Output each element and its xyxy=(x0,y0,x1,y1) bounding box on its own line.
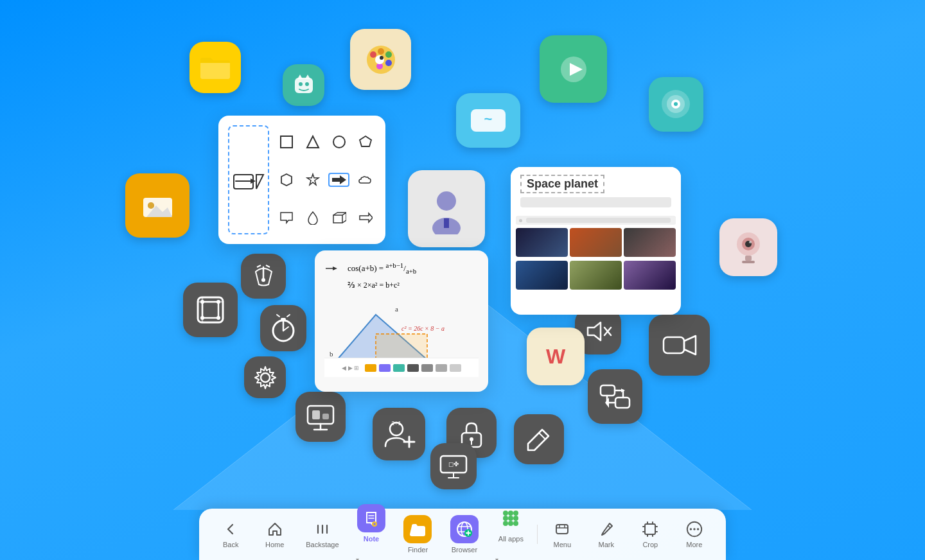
taskbar-more-label: More xyxy=(686,541,702,548)
taskbar-more-button[interactable]: More xyxy=(675,516,714,552)
taskbar-backstage-button[interactable]: Backstage xyxy=(299,516,345,552)
svg-point-44 xyxy=(200,300,204,304)
app-icon-swap[interactable] xyxy=(588,369,642,424)
svg-point-143 xyxy=(697,528,699,530)
app-icon-edit[interactable] xyxy=(514,414,564,464)
app-icon-folder[interactable] xyxy=(189,42,241,93)
svg-point-27 xyxy=(148,202,154,209)
taskbar-browser-button[interactable]: Browser xyxy=(444,511,485,557)
svg-rect-35 xyxy=(745,256,752,261)
taskbar-finder-button[interactable]: Finder xyxy=(397,511,438,557)
svg-text:~: ~ xyxy=(484,111,493,127)
svg-point-39 xyxy=(261,278,265,282)
taskbar-menu-button[interactable]: Menu xyxy=(543,516,581,552)
taskbar-note-label: Note xyxy=(364,535,379,543)
taskbar-note-button[interactable]: Note ▾ xyxy=(351,500,392,560)
shape-arrow-triangle[interactable] xyxy=(355,212,376,223)
svg-line-77 xyxy=(539,433,545,439)
shape-cloud[interactable] xyxy=(355,174,376,186)
math-card: cos(a+b) = a+b−1/a+b ⅔ × 2×a² = b+c² b a… xyxy=(315,250,488,392)
svg-marker-98 xyxy=(333,267,337,270)
svg-rect-30 xyxy=(444,218,449,228)
svg-marker-96 xyxy=(360,213,373,222)
shape-hexagon[interactable] xyxy=(276,173,297,187)
taskbar-home-label: Home xyxy=(265,541,284,548)
home-icon xyxy=(266,520,284,538)
space-planet-card: Space planet xyxy=(511,167,681,315)
app-icon-settings[interactable] xyxy=(244,356,286,398)
app-icon-timer[interactable] xyxy=(241,254,286,299)
svg-point-46 xyxy=(216,316,220,320)
app-icon-gallery[interactable] xyxy=(125,173,189,238)
svg-marker-83 xyxy=(256,175,263,189)
space-search-bar xyxy=(520,197,671,207)
svg-marker-7 xyxy=(305,74,310,79)
svg-point-120 xyxy=(513,511,518,516)
svg-point-15 xyxy=(380,56,383,60)
app-icon-tilde-chat[interactable]: ~ xyxy=(456,93,520,148)
svg-rect-69 xyxy=(322,414,329,419)
crop-icon-taskbar xyxy=(641,520,659,538)
svg-rect-100 xyxy=(376,334,427,360)
menu-icon xyxy=(553,520,571,538)
app-icon-webcam[interactable] xyxy=(719,218,777,276)
svg-text:a: a xyxy=(395,305,398,313)
shape-triangle[interactable] xyxy=(302,135,323,149)
mark-icon xyxy=(597,520,615,538)
taskbar-home-button[interactable]: Home xyxy=(256,516,294,552)
app-icon-wps[interactable]: W xyxy=(527,328,585,385)
app-icon-videocam[interactable] xyxy=(649,315,710,376)
app-icon-play[interactable] xyxy=(540,35,607,103)
math-toolbar: ◀ ▶ ⊞ xyxy=(324,358,479,377)
svg-marker-92 xyxy=(332,175,346,184)
shape-drop[interactable] xyxy=(302,211,323,225)
app-icon-user[interactable] xyxy=(408,170,485,247)
svg-point-5 xyxy=(305,82,309,86)
app-icon-robot[interactable] xyxy=(283,64,324,106)
svg-text:W: W xyxy=(546,345,566,368)
svg-point-10 xyxy=(378,48,384,55)
shape-3d-box[interactable] xyxy=(328,211,349,224)
taskbar-divider-1 xyxy=(537,525,538,544)
svg-rect-58 xyxy=(664,337,684,353)
space-card-title: Space planet xyxy=(520,175,604,193)
svg-point-54 xyxy=(261,373,270,382)
backstage-icon xyxy=(313,520,331,538)
app-icon-presentation[interactable] xyxy=(295,392,346,442)
svg-point-34 xyxy=(749,241,752,243)
app-icon-screen[interactable]: ◻✤ xyxy=(430,443,477,489)
svg-point-88 xyxy=(333,136,345,148)
svg-rect-65 xyxy=(308,406,333,424)
taskbar-crop-button[interactable]: Crop xyxy=(631,516,669,552)
app-icon-add-user[interactable]: 2+1 xyxy=(373,408,425,460)
taskbar-allapps-button[interactable]: All apps ▾ xyxy=(490,500,531,560)
svg-marker-91 xyxy=(307,174,319,185)
svg-point-125 xyxy=(508,521,513,526)
shape-square[interactable] xyxy=(276,135,297,149)
app-icon-stopwatch[interactable] xyxy=(260,305,306,351)
svg-point-45 xyxy=(216,300,220,304)
taskbar-mark-label: Mark xyxy=(599,541,614,548)
app-icon-palette[interactable] xyxy=(350,29,411,90)
svg-marker-59 xyxy=(684,336,696,354)
shape-pentagon[interactable] xyxy=(355,135,376,149)
shape-circle[interactable] xyxy=(328,135,349,149)
allapps-chevron[interactable]: ▾ xyxy=(491,554,502,560)
shape-speech-bubble[interactable] xyxy=(276,211,297,224)
svg-point-123 xyxy=(513,516,518,521)
taskbar-browser-label: Browser xyxy=(452,546,477,554)
app-icon-crop-float[interactable] xyxy=(183,283,238,337)
svg-point-121 xyxy=(503,516,508,521)
note-chevron[interactable]: ▾ xyxy=(352,554,362,560)
svg-marker-90 xyxy=(281,174,292,186)
svg-point-122 xyxy=(508,516,513,521)
shape-arrow-filled[interactable] xyxy=(328,173,349,187)
taskbar-mark-button[interactable]: Mark xyxy=(587,516,626,552)
svg-text:c² = 26c × 8 − a: c² = 26c × 8 − a xyxy=(401,325,445,332)
shape-star[interactable] xyxy=(302,173,323,187)
app-icon-camera-circle[interactable] xyxy=(649,77,703,132)
finder-icon xyxy=(403,515,432,543)
svg-point-11 xyxy=(385,51,392,58)
taskbar-finder-label: Finder xyxy=(408,546,428,554)
taskbar-back-button[interactable]: Back xyxy=(211,516,250,552)
